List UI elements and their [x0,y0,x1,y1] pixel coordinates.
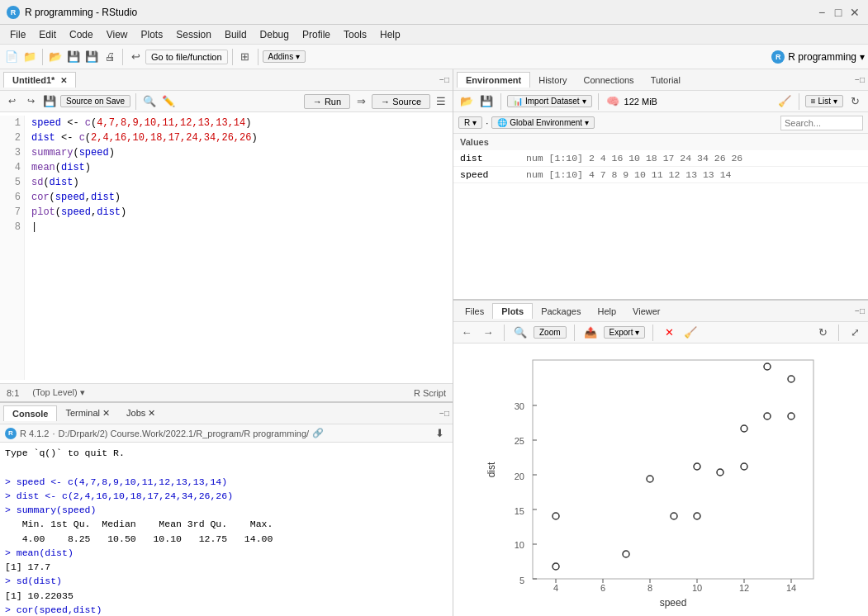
plots-tab-packages[interactable]: Packages [533,304,589,319]
env-tabs: Environment History Connections Tutorial… [453,69,868,91]
menu-plots[interactable]: Plots [135,27,170,42]
env-tab-tutorial[interactable]: Tutorial [643,73,689,88]
print-button[interactable]: 🖨 [102,49,118,65]
console-out-3: [1] 17.7 [5,560,448,574]
global-toolbar: 📄 📁 📂 💾 💾 🖨 ↩ Go to file/function ⊞ Addi… [0,45,868,69]
title-bar-left: R R programming - RStudio [7,6,137,19]
menu-code[interactable]: Code [63,27,100,42]
editor-content: 1234 5678 speed <- c(4,7,8,9,10,11,12,13… [0,112,453,383]
zoom-button[interactable]: Zoom [534,326,567,339]
plots-maximize-button[interactable]: □ [860,306,865,315]
menu-session[interactable]: Session [169,27,218,42]
global-env-arrow-icon: ▾ [585,118,589,127]
svg-point-38 [764,363,771,370]
r-version-button[interactable]: R ▾ [458,116,482,129]
new-project-button[interactable]: 📁 [21,49,38,65]
console-tab-jobs[interactable]: Jobs ✕ [118,405,164,421]
redo-button[interactable]: ↪ [22,93,39,110]
svg-text:15: 15 [515,506,524,516]
env-load-button[interactable]: 📂 [458,93,475,110]
magic-wand-icon[interactable]: ✏️ [160,93,177,110]
addins-button[interactable]: Addins ▾ [263,50,306,63]
env-save-button[interactable]: 💾 [478,93,495,110]
env-refresh-button[interactable]: ↻ [847,93,863,110]
plots-tab-viewer[interactable]: Viewer [624,304,668,319]
list-view-button[interactable]: ≡ List ▾ [805,95,843,107]
r-workspace-icon: R [771,50,785,64]
code-area[interactable]: speed <- c(4,7,8,9,10,11,12,13,13,14) di… [25,116,453,380]
menu-profile[interactable]: Profile [296,27,337,42]
editor-tab-untitled1[interactable]: Untitled1* ✕ [3,72,76,88]
plots-refresh-button[interactable]: ↻ [814,325,831,341]
svg-point-34 [717,469,723,476]
search-icon[interactable]: 🔍 [141,93,158,110]
r-version-arrow-icon: ▾ [472,118,477,127]
menu-debug[interactable]: Debug [254,27,296,42]
env-row-dist[interactable]: dist num [1:10] 2 4 16 10 18 17 24 34 26… [453,150,868,167]
maximize-button[interactable]: □ [832,6,845,19]
editor-save-button[interactable]: 💾 [41,93,58,110]
clear-plots-button[interactable]: 🧹 [682,325,699,341]
save-all-button[interactable]: 💾 [83,49,100,65]
window-controls[interactable]: − □ ✕ [815,6,861,19]
environment-pane: Environment History Connections Tutorial… [453,69,868,301]
menu-edit[interactable]: Edit [32,27,63,42]
svg-text:5: 5 [519,576,524,585]
menu-bar: File Edit Code View Plots Session Build … [0,25,868,45]
export-arrow-icon: ▾ [635,328,639,337]
back-button[interactable]: ↩ [127,49,144,65]
editor-status-bar: 8:1 (Top Level) ▾ R Script [0,383,453,401]
console-maximize-button[interactable]: □ [444,409,449,418]
tab-close-icon[interactable]: ✕ [60,76,67,85]
run-button[interactable]: → Run [304,94,350,109]
clear-env-button[interactable]: 🧹 [776,93,793,110]
menu-file[interactable]: File [3,27,32,42]
export-button[interactable]: Export ▾ [604,326,646,339]
svg-rect-0 [533,360,813,579]
plots-back-button[interactable]: ← [458,325,475,341]
minimize-button[interactable]: − [815,6,828,19]
source-button[interactable]: → Source [372,94,430,109]
env-tab-history[interactable]: History [530,73,575,88]
console-out-1: Min. 1st Qu. Median Mean 3rd Qu. Max. [5,517,448,531]
plots-forward-button[interactable]: → [480,325,496,341]
env-row-speed[interactable]: speed num [1:10] 4 7 8 9 10 11 12 13 13 … [453,167,868,183]
close-button[interactable]: ✕ [848,6,861,19]
global-env-button[interactable]: 🌐 Global Environment ▾ [491,116,595,129]
menu-tools[interactable]: Tools [337,27,373,42]
env-tab-connections[interactable]: Connections [575,73,642,88]
menu-view[interactable]: View [100,27,135,42]
svg-text:12: 12 [739,583,749,593]
delete-plot-button[interactable]: ✕ [661,325,677,341]
env-maximize-button[interactable]: □ [860,75,865,84]
code-line-2: dist <- c(2,4,16,10,18,17,24,34,26,26) [31,130,446,145]
plots-tab-help[interactable]: Help [589,304,624,319]
save-button[interactable]: 💾 [65,49,82,65]
export-icon: 📤 [582,325,599,341]
console-scroll-button[interactable]: ⬇ [431,425,448,442]
new-file-button[interactable]: 📄 [3,49,20,65]
env-tab-environment[interactable]: Environment [457,72,530,88]
plots-tab-plots[interactable]: Plots [492,303,533,319]
source-options-icon[interactable]: ☰ [433,93,449,110]
editor-maximize-button[interactable]: □ [444,75,449,84]
env-content: Values dist num [1:10] 2 4 16 10 18 17 2… [453,134,868,299]
source-on-save-button[interactable]: Source on Save [60,95,130,107]
env-sep-1 [500,93,501,110]
console-tab-terminal[interactable]: Terminal ✕ [57,405,118,421]
plots-tab-files[interactable]: Files [457,304,492,319]
menu-build[interactable]: Build [218,27,254,42]
console-tab-console[interactable]: Console [3,405,57,421]
console-content[interactable]: Type `q()` to quit R. > speed <- c(4,7,8… [0,443,453,616]
grid-view-button[interactable]: ⊞ [237,49,254,65]
import-dataset-button[interactable]: 📊 Import Dataset ▾ [507,95,592,107]
svg-point-39 [788,413,794,419]
undo-button[interactable]: ↩ [3,93,20,110]
r-version-label: R 4.1.2 [20,429,49,438]
env-search-input[interactable] [780,116,863,130]
open-file-button[interactable]: 📂 [47,49,64,65]
re-run-button[interactable]: ⇒ [353,93,369,110]
go-to-file-button[interactable]: Go to file/function [145,50,228,64]
menu-help[interactable]: Help [373,27,407,42]
plots-maximize-btn2[interactable]: ⤢ [847,325,863,341]
